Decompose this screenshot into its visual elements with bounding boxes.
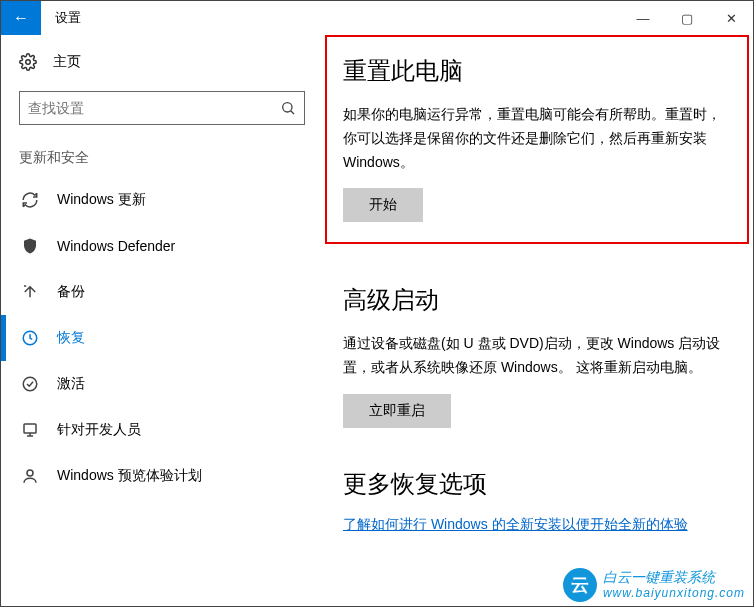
- sidebar-item-label: 针对开发人员: [57, 421, 141, 439]
- sidebar-item-activation[interactable]: 激活: [19, 361, 305, 407]
- search-box[interactable]: [19, 91, 305, 125]
- svg-point-6: [27, 470, 33, 476]
- watermark-text: 白云一键重装系统: [603, 570, 745, 587]
- svg-point-4: [23, 377, 37, 391]
- sidebar-item-label: 恢复: [57, 329, 85, 347]
- svg-rect-5: [24, 424, 36, 433]
- arrow-left-icon: ←: [13, 9, 29, 27]
- maximize-button[interactable]: ▢: [665, 1, 709, 35]
- search-icon: [280, 100, 296, 116]
- titlebar: ← 设置 — ▢ ✕: [1, 1, 753, 35]
- check-icon: [21, 375, 39, 393]
- restart-now-button[interactable]: 立即重启: [343, 394, 451, 428]
- sidebar-item-backup[interactable]: 备份: [19, 269, 305, 315]
- gear-icon: [19, 53, 37, 71]
- shield-icon: [21, 237, 39, 255]
- sidebar-item-label: 激活: [57, 375, 85, 393]
- recovery-icon: [21, 329, 39, 347]
- reset-start-button[interactable]: 开始: [343, 188, 423, 222]
- insider-icon: [21, 467, 39, 485]
- reset-description: 如果你的电脑运行异常，重置电脑可能会有所帮助。重置时，你可以选择是保留你的文件还…: [343, 103, 731, 174]
- sidebar-item-label: Windows Defender: [57, 238, 175, 254]
- advanced-startup-section: 高级启动 通过设备或磁盘(如 U 盘或 DVD)启动，更改 Windows 启动…: [343, 284, 731, 428]
- sidebar-item-label: Windows 更新: [57, 191, 146, 209]
- reset-title: 重置此电脑: [343, 55, 731, 87]
- more-options-title: 更多恢复选项: [343, 468, 731, 500]
- search-input[interactable]: [28, 100, 280, 116]
- watermark-url: www.baiyunxitong.com: [603, 586, 745, 600]
- advanced-title: 高级启动: [343, 284, 731, 316]
- backup-icon: [21, 283, 39, 301]
- svg-point-0: [26, 60, 31, 65]
- content-area: 主页 更新和安全 Windows 更新 Windows Defender: [1, 35, 753, 606]
- sidebar-item-label: 备份: [57, 283, 85, 301]
- svg-line-2: [291, 111, 294, 114]
- watermark: 云 白云一键重装系统 www.baiyunxitong.com: [563, 568, 745, 602]
- window-title: 设置: [55, 9, 621, 27]
- sidebar-item-defender[interactable]: Windows Defender: [19, 223, 305, 269]
- watermark-logo-icon: 云: [563, 568, 597, 602]
- home-label: 主页: [53, 53, 81, 71]
- sidebar-item-label: Windows 预览体验计划: [57, 467, 202, 485]
- window-controls: — ▢ ✕: [621, 1, 753, 35]
- back-button[interactable]: ←: [1, 1, 41, 35]
- category-label: 更新和安全: [19, 149, 305, 167]
- sidebar-item-developers[interactable]: 针对开发人员: [19, 407, 305, 453]
- minimize-button[interactable]: —: [621, 1, 665, 35]
- more-options-section: 更多恢复选项 了解如何进行 Windows 的全新安装以便开始全新的体验: [343, 468, 731, 534]
- sidebar: 主页 更新和安全 Windows 更新 Windows Defender: [1, 35, 321, 606]
- main-panel: 重置此电脑 如果你的电脑运行异常，重置电脑可能会有所帮助。重置时，你可以选择是保…: [321, 35, 753, 606]
- close-button[interactable]: ✕: [709, 1, 753, 35]
- sidebar-item-recovery[interactable]: 恢复: [19, 315, 305, 361]
- sidebar-item-windows-update[interactable]: Windows 更新: [19, 177, 305, 223]
- advanced-description: 通过设备或磁盘(如 U 盘或 DVD)启动，更改 Windows 启动设置，或者…: [343, 332, 731, 380]
- dev-icon: [21, 421, 39, 439]
- svg-point-1: [283, 103, 292, 112]
- sync-icon: [21, 191, 39, 209]
- fresh-install-link[interactable]: 了解如何进行 Windows 的全新安装以便开始全新的体验: [343, 516, 688, 532]
- reset-section-highlight: 重置此电脑 如果你的电脑运行异常，重置电脑可能会有所帮助。重置时，你可以选择是保…: [325, 35, 749, 244]
- sidebar-item-insider[interactable]: Windows 预览体验计划: [19, 453, 305, 499]
- home-link[interactable]: 主页: [19, 53, 305, 71]
